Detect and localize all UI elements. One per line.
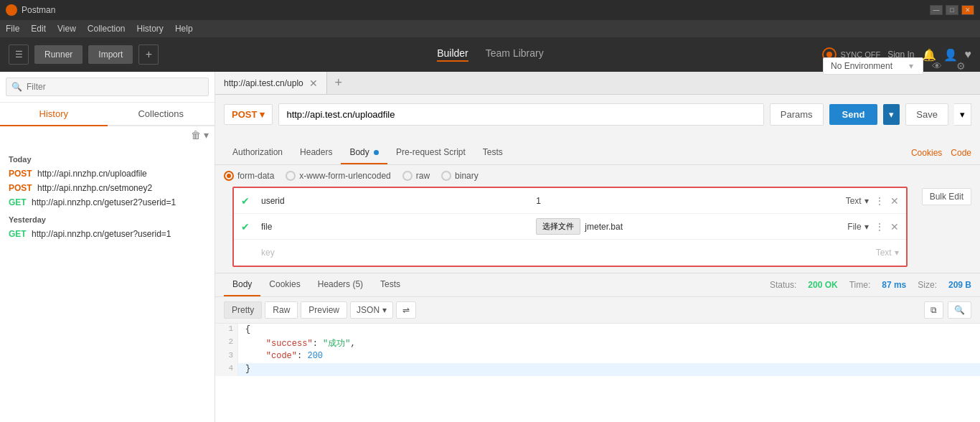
menu-history[interactable]: History bbox=[137, 24, 164, 34]
sidebar-tab-collections[interactable]: Collections bbox=[108, 103, 215, 125]
send-dropdown-btn[interactable]: ▾ bbox=[883, 104, 900, 125]
method-label: POST bbox=[9, 169, 32, 179]
window-controls[interactable]: — □ ✕ bbox=[930, 5, 974, 15]
history-item[interactable]: GET http://api.nnzhp.cn/getuser2?userid=… bbox=[9, 195, 206, 210]
row-delete-icon[interactable]: ✕ bbox=[890, 195, 899, 207]
sidebar: 🔍 History Collections 🗑 ▾ Today POST htt… bbox=[0, 72, 215, 422]
add-tab-btn[interactable]: + bbox=[327, 72, 350, 95]
response-section: Body Cookies Headers (5) Tests Status: 2… bbox=[215, 273, 980, 422]
row-key[interactable]: file bbox=[261, 222, 536, 232]
history-date-yesterday: Yesterday bbox=[9, 215, 206, 224]
save-btn[interactable]: Save bbox=[905, 103, 948, 126]
resp-format-select[interactable]: JSON ▾ bbox=[350, 301, 393, 319]
menu-view[interactable]: View bbox=[57, 24, 76, 34]
maximize-btn[interactable]: □ bbox=[946, 5, 958, 15]
time-label: Time: bbox=[849, 280, 871, 290]
sidebar-search: 🔍 bbox=[0, 72, 215, 103]
menu-edit[interactable]: Edit bbox=[31, 24, 46, 34]
nav-tab-tests[interactable]: Tests bbox=[474, 141, 512, 164]
delete-history-btn[interactable]: 🗑 ▾ bbox=[191, 129, 209, 141]
send-btn[interactable]: Send bbox=[829, 104, 878, 125]
env-gear-icon[interactable]: ⚙ bbox=[951, 57, 971, 75]
body-type-form-data[interactable]: form-data bbox=[224, 171, 274, 181]
row-type[interactable]: Text ▾ bbox=[811, 196, 869, 206]
request-tab-active[interactable]: http://api.test.cn/uplo ✕ bbox=[215, 72, 327, 94]
row-menu-icon[interactable]: ⋮ bbox=[875, 221, 885, 233]
copy-response-btn[interactable]: ⧉ bbox=[924, 301, 943, 319]
radio-binary bbox=[441, 171, 451, 181]
tab-builder[interactable]: Builder bbox=[437, 47, 468, 62]
body-type-binary[interactable]: binary bbox=[441, 171, 479, 181]
resp-tab-preview[interactable]: Preview bbox=[301, 301, 347, 319]
row-delete-icon[interactable]: ✕ bbox=[890, 221, 899, 233]
history-item[interactable]: POST http://api.nnzhp.cn/setmoney2 bbox=[9, 181, 206, 195]
line-content: "success": "成功", bbox=[238, 337, 363, 350]
app-layout: ☰ Runner Import + Builder Team Library S… bbox=[0, 37, 980, 422]
row-checkbox[interactable]: ✔ bbox=[241, 195, 255, 207]
history-url: http://api.nnzhp.cn/getuser?userid=1 bbox=[32, 229, 171, 239]
body-type-urlencoded[interactable]: x-www-form-urlencoded bbox=[286, 171, 390, 181]
history-date-today: Today bbox=[9, 155, 206, 164]
nav-tab-pre-request[interactable]: Pre-request Script bbox=[387, 141, 474, 164]
params-btn[interactable]: Params bbox=[770, 103, 824, 126]
history-item[interactable]: POST http://api.nnzhp.cn/uploadfile bbox=[9, 167, 206, 181]
sidebar-tab-history[interactable]: History bbox=[0, 103, 108, 126]
close-btn[interactable]: ✕ bbox=[961, 5, 974, 15]
body-type-raw[interactable]: raw bbox=[402, 171, 430, 181]
empty-type[interactable]: Text ▾ bbox=[842, 248, 899, 258]
menu-file[interactable]: File bbox=[6, 24, 19, 34]
env-eye-icon[interactable]: 👁 bbox=[926, 57, 948, 75]
menu-collection[interactable]: Collection bbox=[88, 24, 126, 34]
bulk-edit-area: Bulk Edit bbox=[922, 187, 971, 205]
empty-key[interactable]: key bbox=[261, 248, 551, 258]
resp-tab-raw[interactable]: Raw bbox=[265, 301, 298, 319]
tab-close-icon[interactable]: ✕ bbox=[309, 78, 318, 89]
new-tab-button[interactable]: + bbox=[138, 44, 159, 65]
history-section: Today POST http://api.nnzhp.cn/uploadfil… bbox=[0, 144, 215, 247]
env-chevron-icon: ▾ bbox=[909, 61, 913, 71]
history-url: http://api.nnzhp.cn/getuser2?userid=1 bbox=[32, 197, 176, 207]
select-file-btn[interactable]: 选择文件 bbox=[536, 218, 580, 235]
save-dropdown-btn[interactable]: ▾ bbox=[954, 103, 971, 126]
response-tab-body[interactable]: Body bbox=[224, 273, 260, 296]
runner-button[interactable]: Runner bbox=[34, 45, 83, 64]
menu-help[interactable]: Help bbox=[175, 24, 193, 34]
filter-input[interactable] bbox=[6, 78, 209, 96]
response-tab-cookies[interactable]: Cookies bbox=[260, 273, 308, 296]
search-response-btn[interactable]: 🔍 bbox=[948, 301, 971, 319]
code-line: 1 { bbox=[215, 324, 980, 337]
line-number: 4 bbox=[215, 363, 238, 376]
url-input[interactable] bbox=[278, 103, 763, 126]
response-status: Status: 200 OK Time: 87 ms Size: 209 B bbox=[770, 280, 971, 290]
plus-icon: + bbox=[146, 48, 152, 61]
sidebar-toggle-btn[interactable]: ☰ bbox=[9, 44, 29, 65]
row-menu-icon[interactable]: ⋮ bbox=[875, 195, 885, 207]
menubar: File Edit View Collection History Help bbox=[0, 20, 980, 37]
history-item[interactable]: GET http://api.nnzhp.cn/getuser?userid=1 bbox=[9, 227, 206, 241]
import-button[interactable]: Import bbox=[88, 45, 133, 64]
status-value: 200 OK bbox=[808, 280, 837, 290]
response-tab-tests[interactable]: Tests bbox=[372, 273, 409, 296]
nav-tab-headers[interactable]: Headers bbox=[291, 141, 341, 164]
env-dropdown[interactable]: No Environment ▾ bbox=[823, 57, 923, 75]
line-content: "code": 200 bbox=[238, 350, 330, 363]
code-link[interactable]: Code bbox=[951, 148, 971, 158]
method-select[interactable]: POST ▾ bbox=[224, 104, 273, 125]
history-url: http://api.nnzhp.cn/setmoney2 bbox=[37, 183, 152, 193]
minimize-btn[interactable]: — bbox=[930, 5, 943, 15]
line-number: 2 bbox=[215, 337, 238, 350]
method-chevron-icon: ▾ bbox=[260, 109, 265, 120]
nav-tab-authorization[interactable]: Authorization bbox=[224, 141, 291, 164]
table-row: ✔ file 选择文件 jmeter.bat File ▾ ⋮ ✕ bbox=[234, 214, 906, 240]
cookies-link[interactable]: Cookies bbox=[911, 148, 942, 158]
nav-tab-body[interactable]: Body bbox=[341, 141, 387, 164]
row-checkbox[interactable]: ✔ bbox=[241, 221, 255, 233]
resp-icon-btn[interactable]: ⇌ bbox=[396, 301, 416, 319]
request-tabs-bar: http://api.test.cn/uplo ✕ + bbox=[215, 72, 980, 95]
resp-tab-pretty[interactable]: Pretty bbox=[224, 301, 262, 319]
row-type[interactable]: File ▾ bbox=[811, 222, 869, 232]
row-key[interactable]: userid bbox=[261, 196, 536, 206]
tab-team-library[interactable]: Team Library bbox=[486, 47, 544, 62]
bulk-edit-btn[interactable]: Bulk Edit bbox=[922, 188, 971, 205]
response-tab-headers[interactable]: Headers (5) bbox=[309, 273, 372, 296]
